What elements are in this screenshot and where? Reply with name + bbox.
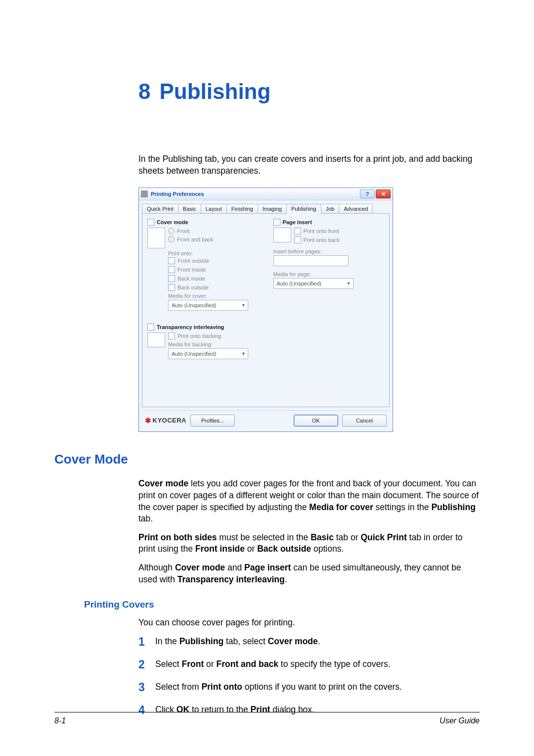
tab-advanced[interactable]: Advanced [339,204,373,214]
media-for-page-combo[interactable]: Auto (Unspecified) ▼ [273,278,354,289]
cover-mode-label: Cover mode [157,219,188,225]
chk-front-inside[interactable] [168,266,175,273]
step-1: 1 In the Publishing tab, select Cover mo… [138,636,480,648]
media-for-cover-label: Media for cover: [168,293,259,299]
printing-preferences-dialog: Printing Preferences ? ✕ Quick Print Bas… [138,188,393,432]
dialog-titlebar: Printing Preferences ? ✕ [139,188,393,200]
tab-panel: Cover mode Front Front and back Print on… [142,213,390,407]
step-3: 3 Select from Print onto options if you … [138,681,480,693]
printing-covers-heading: Printing Covers [84,599,480,610]
transparency-label: Transparency interleaving [157,324,224,330]
tab-publishing[interactable]: Publishing [286,204,321,214]
chapter-title: 8Publishing [138,79,480,104]
print-onto-label: Print onto: [168,250,259,256]
chk-front-outside[interactable] [168,257,175,264]
page-footer: 8-1 User Guide [54,712,480,725]
chk-back-inside[interactable] [168,275,175,282]
transparency-checkbox[interactable] [147,324,154,331]
profiles-button[interactable]: Profiles... [190,415,235,426]
close-button[interactable]: ✕ [376,189,391,198]
media-for-page-label: Media for page: [273,271,385,277]
tab-quick-print[interactable]: Quick Print [142,204,178,214]
printing-covers-intro: You can choose cover pages for printing. [138,617,480,629]
guide-label: User Guide [440,716,480,725]
help-button[interactable]: ? [360,189,375,198]
cover-mode-p3: Although Cover mode and Page insert can … [138,562,480,585]
dialog-footer: ✱KYOCERA Profiles... OK Cancel [142,410,390,431]
insert-before-label: Insert before pages: [273,248,385,254]
page-insert-label: Page insert [283,219,312,225]
chevron-down-icon: ▼ [241,351,246,356]
step-number: 1 [138,636,155,648]
insert-before-input[interactable] [273,255,349,266]
step-number: 2 [138,659,155,670]
cancel-button[interactable]: Cancel [342,415,387,426]
tab-job[interactable]: Job [321,204,340,214]
cover-mode-checkbox[interactable] [147,219,154,226]
chk-print-onto-backing[interactable] [168,332,175,339]
cover-mode-p2: Print on both sides must be selected in … [138,532,480,555]
chevron-down-icon: ▼ [241,303,246,308]
page-number: 8-1 [54,716,66,725]
radio-front-and-back[interactable] [168,236,175,242]
page-insert-checkbox[interactable] [273,219,280,226]
app-icon [141,190,148,197]
intro-paragraph: In the Publishing tab, you can create co… [138,153,480,177]
step-2: 2 Select Front or Front and back to spec… [138,659,480,670]
media-for-backing-label: Media for backing: [168,341,248,347]
chk-back-outside[interactable] [168,284,175,291]
chapter-name: Publishing [159,79,270,103]
tab-imaging[interactable]: Imaging [258,204,287,214]
tab-layout[interactable]: Layout [201,204,227,214]
transparency-thumb-icon [147,332,165,347]
chk-print-onto-front[interactable] [294,228,301,235]
chapter-number: 8 [138,79,150,103]
cover-mode-heading: Cover Mode [54,452,480,467]
media-for-cover-combo[interactable]: Auto (Unspecified) ▼ [168,300,248,311]
tab-basic[interactable]: Basic [178,204,201,214]
chevron-down-icon: ▼ [347,281,351,286]
tab-finishing[interactable]: Finishing [226,204,258,214]
chk-print-onto-back[interactable] [294,236,301,243]
media-for-backing-combo[interactable]: Auto (Unspecified) ▼ [168,348,248,359]
ok-button[interactable]: OK [294,415,338,426]
tab-strip: Quick Print Basic Layout Finishing Imagi… [139,200,393,213]
cover-mode-thumb-icon [147,228,165,248]
dialog-title: Printing Preferences [151,191,359,197]
radio-front[interactable] [168,228,175,234]
page-insert-thumb-icon [273,228,291,242]
kyocera-logo: ✱KYOCERA [145,416,186,425]
cover-mode-p1: Cover mode lets you add cover pages for … [138,478,480,525]
step-number: 3 [138,681,155,693]
